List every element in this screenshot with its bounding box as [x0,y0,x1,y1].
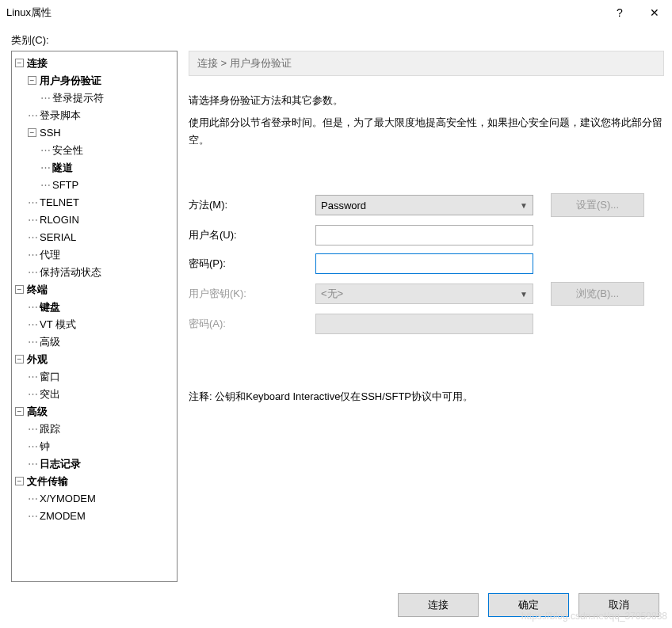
tree-tracking[interactable]: 跟踪 [40,421,60,438]
category-tree[interactable]: −连接 −用户身份验证 ⋯登录提示符 ⋯登录脚本 −SSH ⋯安全性 ⋯隧道 ⋯… [11,51,178,582]
content-area: 类别(C): −连接 −用户身份验证 ⋯登录提示符 ⋯登录脚本 −SSH [0,25,672,628]
tree-serial[interactable]: SERIAL [40,229,76,246]
settings-button: 设置(S)... [551,193,644,217]
tree-zmodem[interactable]: ZMODEM [40,508,86,525]
minus-icon[interactable]: − [15,285,24,294]
tree-keep-alive[interactable]: 保持活动状态 [40,264,101,281]
description-2: 使用此部分以节省登录时间。但是，为了最大限度地提高安全性，如果担心安全问题，建议… [189,114,664,149]
description-1: 请选择身份验证方法和其它参数。 [189,92,664,109]
minus-icon[interactable]: − [15,407,24,416]
userkey-label: 用户密钥(K): [189,287,315,301]
ok-button[interactable]: 确定 [488,593,569,617]
method-value: Password [321,200,366,211]
minus-icon[interactable]: − [28,128,36,137]
breadcrumb: 连接 > 用户身份验证 [189,51,664,76]
tree-tunnel[interactable]: 隧道 [52,159,73,177]
connect-button[interactable]: 连接 [398,593,479,617]
title-bar: Linux属性 ? ✕ [0,0,672,25]
window-title: Linux属性 [6,6,602,20]
method-label: 方法(M): [189,198,315,212]
note-text: 注释: 公钥和Keyboard Interactive仅在SSH/SFTP协议中… [189,390,664,404]
minus-icon[interactable]: − [15,355,24,363]
tree-keyboard[interactable]: 键盘 [40,299,60,316]
tree-login-prompt[interactable]: 登录提示符 [52,89,104,107]
userkey-value: <无> [321,287,343,301]
main-row: −连接 −用户身份验证 ⋯登录提示符 ⋯登录脚本 −SSH ⋯安全性 ⋯隧道 ⋯… [11,51,664,582]
tree-login-script[interactable]: 登录脚本 [40,107,81,124]
passphrase-label: 密码(A): [189,317,315,331]
tree-connection[interactable]: 连接 [27,55,48,72]
category-label: 类别(C): [11,33,664,48]
form-grid: 方法(M): Password ▼ 设置(S)... 用户名(U): 密码(P)… [189,193,664,342]
tree-advanced-term[interactable]: 高级 [40,333,60,351]
tree-terminal[interactable]: 终端 [27,281,48,299]
tree-user-auth[interactable]: 用户身份验证 [40,72,101,89]
userkey-select: <无> ▼ [315,284,533,304]
minus-icon[interactable]: − [15,59,24,67]
tree-file-transfer[interactable]: 文件传输 [27,473,68,490]
browse-button: 浏览(B)... [551,282,644,306]
minus-icon[interactable]: − [28,76,36,85]
tree-bell[interactable]: 钟 [40,438,50,455]
tree-vt-mode[interactable]: VT 模式 [40,316,76,333]
minus-icon[interactable]: − [15,477,24,485]
dialog-footer: 连接 确定 取消 [11,582,664,628]
tree-appearance[interactable]: 外观 [27,351,48,368]
form-panel: 连接 > 用户身份验证 请选择身份验证方法和其它参数。 使用此部分以节省登录时间… [178,51,664,582]
tree-ssh[interactable]: SSH [40,124,61,142]
tree-sftp[interactable]: SFTP [52,177,78,194]
password-label: 密码(P): [189,257,315,271]
close-button[interactable]: ✕ [637,2,672,24]
tree-rlogin[interactable]: RLOGIN [40,211,79,229]
username-label: 用户名(U): [189,228,315,242]
tree-advanced[interactable]: 高级 [27,403,48,421]
tree-xymodem[interactable]: X/YMODEM [40,490,96,508]
tree-highlight[interactable]: 突出 [40,386,60,403]
username-input[interactable] [315,225,533,245]
passphrase-input [315,314,533,334]
tree-telnet[interactable]: TELNET [40,194,79,211]
password-input[interactable] [315,253,533,274]
cancel-button[interactable]: 取消 [578,593,659,617]
tree-window[interactable]: 窗口 [40,368,60,386]
method-select[interactable]: Password ▼ [315,195,533,215]
tree-proxy[interactable]: 代理 [40,246,60,264]
help-button[interactable]: ? [602,2,637,24]
tree-security[interactable]: 安全性 [52,142,83,159]
tree-logging[interactable]: 日志记录 [40,455,81,473]
chevron-down-icon: ▼ [520,290,528,299]
chevron-down-icon: ▼ [520,201,528,210]
